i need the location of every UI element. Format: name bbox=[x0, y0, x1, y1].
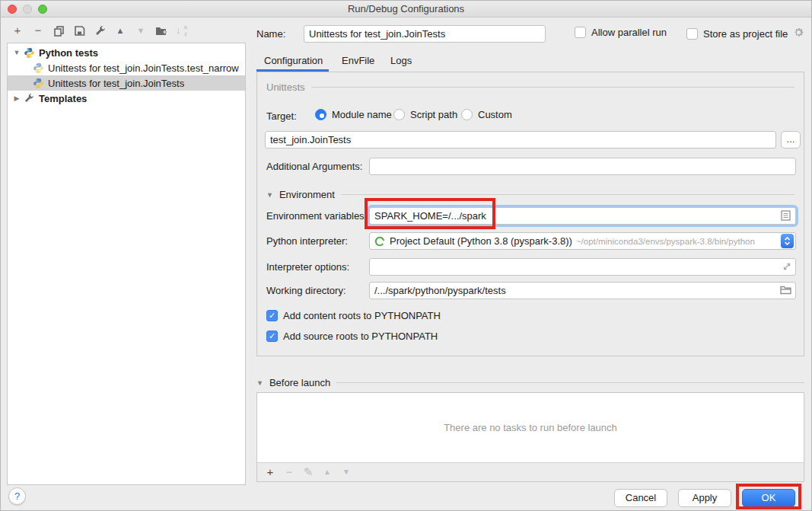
environment-variables-label: Environment variables: bbox=[266, 210, 367, 222]
window-title: Run/Debug Configurations bbox=[348, 3, 464, 14]
expander-open-icon[interactable]: ▼ bbox=[12, 49, 21, 56]
tree-item-python-tests[interactable]: ▼ Python tests bbox=[8, 45, 245, 60]
title-bar[interactable]: Run/Debug Configurations bbox=[1, 1, 811, 18]
target-label: Target: bbox=[266, 110, 297, 122]
expander-closed-icon[interactable]: ▶ bbox=[12, 94, 21, 102]
tree-item-test-narrow[interactable]: Unittests for test_join.JoinTests.test_n… bbox=[8, 60, 245, 75]
close-window-button[interactable] bbox=[8, 5, 17, 14]
python-interpreter-select[interactable]: Project Default (Python 3.8 (pyspark-3.8… bbox=[369, 232, 796, 250]
cancel-button[interactable]: Cancel bbox=[614, 489, 667, 507]
move-task-down-icon[interactable]: ▼ bbox=[340, 466, 352, 478]
run-debug-configurations-dialog: Run/Debug Configurations + − ▲ ▼ ↓ a z ▼ bbox=[0, 0, 812, 511]
remove-configuration-icon[interactable]: − bbox=[32, 24, 44, 37]
environment-variables-input[interactable] bbox=[369, 207, 796, 225]
interpreter-options-input[interactable] bbox=[369, 258, 796, 276]
tree-item-label: Templates bbox=[39, 93, 87, 104]
before-launch-panel: There are no tasks to run before launch … bbox=[256, 392, 804, 482]
target-input[interactable] bbox=[265, 131, 776, 149]
remove-task-icon[interactable]: − bbox=[283, 466, 295, 478]
tree-item-label: Python tests bbox=[39, 47, 98, 59]
store-as-project-file-row: Store as project file bbox=[686, 27, 804, 40]
store-as-project-file-checkbox[interactable] bbox=[686, 28, 698, 40]
save-configuration-icon[interactable] bbox=[73, 24, 85, 37]
python-test-icon bbox=[33, 78, 44, 89]
additional-arguments-input[interactable] bbox=[369, 158, 796, 175]
target-option-script-path[interactable]: Script path bbox=[393, 109, 457, 120]
browse-folder-icon[interactable] bbox=[780, 286, 800, 297]
additional-arguments-label: Additional Arguments: bbox=[266, 161, 362, 172]
before-launch-separator[interactable]: ▼ Before launch bbox=[256, 377, 804, 388]
wrench-icon bbox=[24, 93, 35, 104]
add-task-icon[interactable]: + bbox=[264, 466, 276, 478]
move-up-icon[interactable]: ▲ bbox=[114, 24, 126, 37]
edit-environment-variables-icon[interactable] bbox=[781, 210, 800, 223]
interpreter-options-label: Interpreter options: bbox=[266, 261, 349, 273]
working-directory-label: Working directory: bbox=[266, 285, 346, 296]
environment-section-title: Environment bbox=[279, 189, 335, 200]
configurations-tree: ▼ Python tests Unittests for test_join.J… bbox=[7, 43, 246, 485]
move-down-icon[interactable]: ▼ bbox=[135, 24, 147, 37]
browse-target-button[interactable]: ... bbox=[781, 131, 801, 149]
edit-task-icon[interactable]: ✎ bbox=[302, 466, 314, 478]
radio-selected-icon[interactable] bbox=[315, 109, 326, 120]
store-as-project-file-label: Store as project file bbox=[703, 28, 788, 40]
tab-envfile[interactable]: EnvFile bbox=[342, 55, 374, 66]
configurations-toolbar: + − ▲ ▼ ↓ a z bbox=[11, 24, 188, 37]
tab-logs[interactable]: Logs bbox=[390, 55, 412, 66]
tree-item-label: Unittests for test_join.JoinTests.test_n… bbox=[48, 62, 239, 74]
before-launch-empty-message: There are no tasks to run before launch bbox=[257, 422, 804, 433]
move-task-up-icon[interactable]: ▲ bbox=[321, 466, 333, 478]
before-launch-title: Before launch bbox=[269, 377, 330, 388]
dropdown-stepper-icon[interactable] bbox=[781, 234, 794, 248]
help-button[interactable]: ? bbox=[8, 487, 26, 505]
radio-icon[interactable] bbox=[461, 109, 473, 120]
working-directory-input[interactable] bbox=[369, 282, 796, 299]
unittests-panel: Unittests Target: Module name Script pat… bbox=[256, 72, 804, 356]
python-test-icon bbox=[33, 62, 44, 74]
expand-field-icon[interactable] bbox=[782, 262, 800, 273]
copy-configuration-icon[interactable] bbox=[53, 24, 65, 37]
before-launch-toolbar: + − ✎ ▲ ▼ bbox=[257, 462, 804, 481]
radio-icon[interactable] bbox=[393, 109, 405, 120]
allow-parallel-run-label: Allow parallel run bbox=[591, 27, 667, 38]
tree-item-label: Unittests for test_join.JoinTests bbox=[48, 78, 184, 89]
sort-configurations-icon[interactable]: ↓ a z bbox=[176, 24, 188, 37]
target-module-name-label: Module name bbox=[332, 109, 392, 120]
minimize-window-button[interactable] bbox=[23, 5, 32, 14]
add-content-roots-checkbox[interactable]: ✓ bbox=[266, 310, 278, 321]
add-content-roots-row: ✓ Add content roots to PYTHONPATH bbox=[266, 310, 441, 321]
target-option-custom[interactable]: Custom bbox=[461, 109, 512, 120]
environment-section-separator[interactable]: ▼ Environment bbox=[266, 189, 794, 200]
add-content-roots-label: Add content roots to PYTHONPATH bbox=[283, 310, 441, 321]
add-source-roots-label: Add source roots to PYTHONPATH bbox=[283, 331, 438, 342]
edit-templates-icon[interactable] bbox=[94, 24, 106, 37]
tab-configuration[interactable]: Configuration bbox=[264, 55, 323, 66]
unittests-section-separator: Unittests bbox=[266, 81, 794, 93]
target-script-path-label: Script path bbox=[410, 109, 457, 120]
collapse-arrow-icon[interactable]: ▼ bbox=[266, 191, 273, 199]
tree-item-jointests-selected[interactable]: Unittests for test_join.JoinTests bbox=[8, 75, 245, 91]
tree-item-templates[interactable]: ▶ Templates bbox=[8, 91, 245, 106]
gear-icon[interactable] bbox=[793, 27, 804, 40]
python-interpreter-label: Python interpreter: bbox=[266, 235, 348, 247]
python-icon bbox=[24, 47, 35, 59]
allow-parallel-run-checkbox[interactable] bbox=[575, 27, 586, 38]
collapse-arrow-icon[interactable]: ▼ bbox=[256, 379, 263, 387]
unittests-section-title: Unittests bbox=[266, 81, 305, 93]
ok-button[interactable]: OK bbox=[742, 489, 795, 507]
add-source-roots-row: ✓ Add source roots to PYTHONPATH bbox=[266, 331, 438, 342]
zoom-window-button[interactable] bbox=[38, 5, 47, 14]
new-folder-icon[interactable] bbox=[155, 24, 167, 37]
target-option-module-name[interactable]: Module name bbox=[315, 109, 392, 120]
apply-button[interactable]: Apply bbox=[678, 489, 731, 507]
add-configuration-icon[interactable]: + bbox=[11, 24, 24, 37]
python-interpreter-path: ~/opt/miniconda3/envs/pyspark-3.8/bin/py… bbox=[576, 237, 755, 246]
name-label: Name: bbox=[256, 28, 285, 40]
python-interpreter-value: Project Default (Python 3.8 (pyspark-3.8… bbox=[390, 235, 572, 247]
allow-parallel-run-row: Allow parallel run bbox=[575, 27, 667, 38]
target-custom-label: Custom bbox=[478, 109, 512, 120]
add-source-roots-checkbox[interactable]: ✓ bbox=[266, 331, 278, 342]
conda-environment-icon bbox=[374, 236, 385, 247]
name-input[interactable] bbox=[304, 25, 546, 43]
